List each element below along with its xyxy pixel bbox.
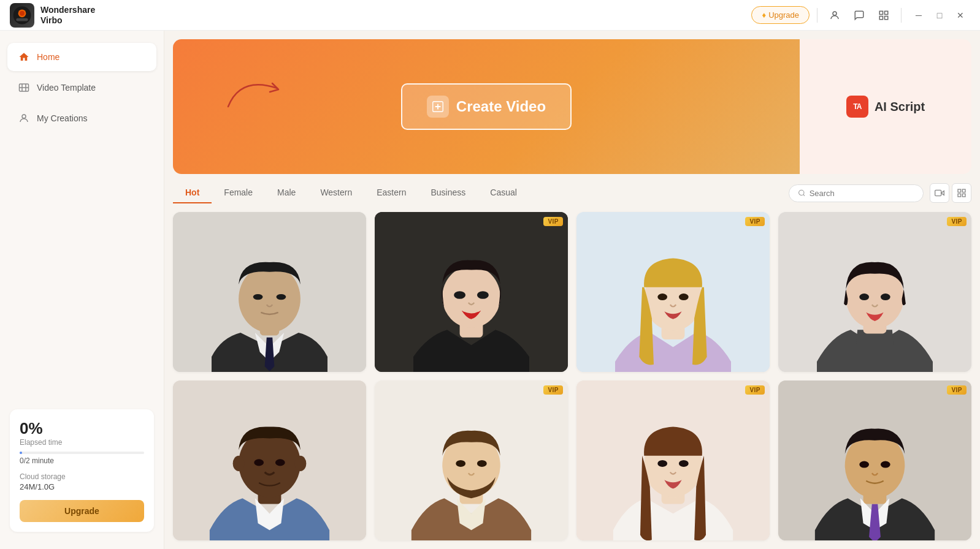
vip-badge-7: VIP xyxy=(745,385,765,395)
user-icon[interactable] xyxy=(825,6,844,25)
svg-rect-15 xyxy=(962,189,965,192)
hero-right[interactable]: TA AI Script xyxy=(800,39,971,174)
filter-section: Hot Female Male Western Eastern Business xyxy=(164,174,980,203)
filter-tab-casual[interactable]: Casual xyxy=(478,183,529,203)
svg-point-20 xyxy=(239,265,301,333)
progress-fill xyxy=(20,452,22,454)
svg-rect-13 xyxy=(935,190,941,195)
usage-time: 0/2 minute xyxy=(20,456,144,465)
vip-badge-6: VIP xyxy=(543,385,563,395)
filter-tab-hot[interactable]: Hot xyxy=(173,183,212,203)
storage-value: 24M/1.0G xyxy=(20,482,144,491)
video-template-icon xyxy=(17,81,31,94)
svg-point-62 xyxy=(859,461,869,468)
svg-point-2 xyxy=(20,10,25,15)
svg-point-58 xyxy=(679,460,689,467)
chat-icon[interactable] xyxy=(849,6,869,25)
my-creations-icon xyxy=(17,112,31,125)
title-bar-right: ♦ Upgrade ─ □ ✕ xyxy=(751,6,970,25)
upgrade-button[interactable]: ♦ Upgrade xyxy=(751,6,810,24)
app-logo xyxy=(10,3,34,28)
svg-point-40 xyxy=(859,293,869,300)
search-input[interactable] xyxy=(810,189,914,198)
svg-rect-5 xyxy=(879,11,882,14)
avatar-card-8[interactable]: VIP xyxy=(778,381,971,540)
arrow-decoration xyxy=(222,64,296,113)
avatar-card-3[interactable]: VIP xyxy=(576,212,770,372)
svg-point-33 xyxy=(657,293,667,300)
home-icon xyxy=(17,50,31,64)
sidebar-item-my-creations[interactable]: My Creations xyxy=(7,104,156,132)
avatar-card-6[interactable]: VIP xyxy=(375,381,568,540)
hero-banner: Create Video TA AI Script xyxy=(173,39,971,174)
content-area: Create Video TA AI Script Hot Female xyxy=(164,31,980,549)
filter-tab-eastern[interactable]: Eastern xyxy=(364,183,418,203)
ai-script-icon: TA xyxy=(846,96,868,118)
avatar-image-5 xyxy=(173,381,366,540)
ai-script-button[interactable]: TA AI Script xyxy=(846,96,925,118)
avatar-image-6: VIP xyxy=(375,381,568,540)
svg-point-57 xyxy=(657,460,667,467)
svg-point-29 xyxy=(477,291,489,299)
upgrade-big-button[interactable]: Upgrade xyxy=(20,500,144,522)
avatar-image-2: VIP xyxy=(375,212,568,372)
svg-point-21 xyxy=(253,294,263,300)
vip-badge-8: VIP xyxy=(947,385,967,395)
create-video-icon xyxy=(427,96,449,118)
filter-tab-male[interactable]: Male xyxy=(265,183,308,203)
hero-main: Create Video xyxy=(173,39,800,174)
svg-rect-7 xyxy=(879,16,882,19)
usage-percent: 0% xyxy=(20,419,144,438)
svg-rect-16 xyxy=(958,194,961,197)
sidebar-video-label: Video Template xyxy=(37,83,96,93)
close-button[interactable]: ✕ xyxy=(951,6,970,25)
ai-script-label: AI Script xyxy=(875,100,925,114)
avatar-card-5[interactable] xyxy=(173,381,366,540)
sidebar-nav: Home Video Template My Creations xyxy=(0,38,164,140)
svg-point-22 xyxy=(277,294,286,300)
sidebar-spacer xyxy=(0,140,164,399)
create-video-button[interactable]: Create Video xyxy=(401,83,572,130)
svg-point-41 xyxy=(881,293,890,300)
svg-point-47 xyxy=(254,459,264,466)
camera-view-button[interactable] xyxy=(930,183,949,203)
divider xyxy=(817,8,817,23)
elapsed-label: Elapsed time xyxy=(20,438,144,447)
sidebar-bottom: 0% Elapsed time 0/2 minute Cloud storage… xyxy=(0,399,164,542)
avatar-card-1[interactable]: Yaowen - Finance xyxy=(173,212,366,372)
sidebar-home-label: Home xyxy=(37,52,59,62)
grid-view-button[interactable] xyxy=(952,183,971,203)
svg-point-63 xyxy=(881,461,890,468)
svg-rect-17 xyxy=(962,194,965,197)
avatar-card-4[interactable]: VIP xyxy=(778,212,971,372)
svg-point-28 xyxy=(454,291,465,299)
filter-tabs: Hot Female Male Western Eastern Business xyxy=(173,183,789,203)
filter-tab-female[interactable]: Female xyxy=(212,183,265,203)
window-controls: ─ □ ✕ xyxy=(909,6,970,25)
avatar-image-7: VIP xyxy=(576,381,770,540)
upgrade-diamond-icon: ♦ xyxy=(762,10,766,20)
svg-rect-14 xyxy=(958,189,961,192)
svg-rect-3 xyxy=(16,18,28,21)
filter-tab-business[interactable]: Business xyxy=(419,183,478,203)
svg-rect-8 xyxy=(885,16,888,19)
avatar-image-4: VIP xyxy=(778,212,971,372)
svg-point-52 xyxy=(456,460,465,467)
avatar-image-8: VIP xyxy=(778,381,971,540)
maximize-button[interactable]: □ xyxy=(930,6,949,25)
minimize-button[interactable]: ─ xyxy=(909,6,928,25)
sidebar-item-home[interactable]: Home xyxy=(7,43,156,71)
sidebar-item-video-template[interactable]: Video Template xyxy=(7,74,156,102)
vip-badge-4: VIP xyxy=(947,217,967,226)
svg-point-12 xyxy=(799,190,804,195)
grid-icon[interactable] xyxy=(874,6,894,25)
filter-tab-western[interactable]: Western xyxy=(308,183,364,203)
avatar-card-7[interactable]: VIP xyxy=(576,381,770,540)
search-box[interactable] xyxy=(789,184,924,202)
app-brand: Wondershare Virbo xyxy=(10,3,95,28)
svg-point-10 xyxy=(22,115,26,118)
avatar-card-2[interactable]: VIP xyxy=(375,212,568,372)
vip-badge-3: VIP xyxy=(745,217,765,226)
avatar-image-1 xyxy=(173,212,366,372)
svg-point-46 xyxy=(294,456,306,471)
